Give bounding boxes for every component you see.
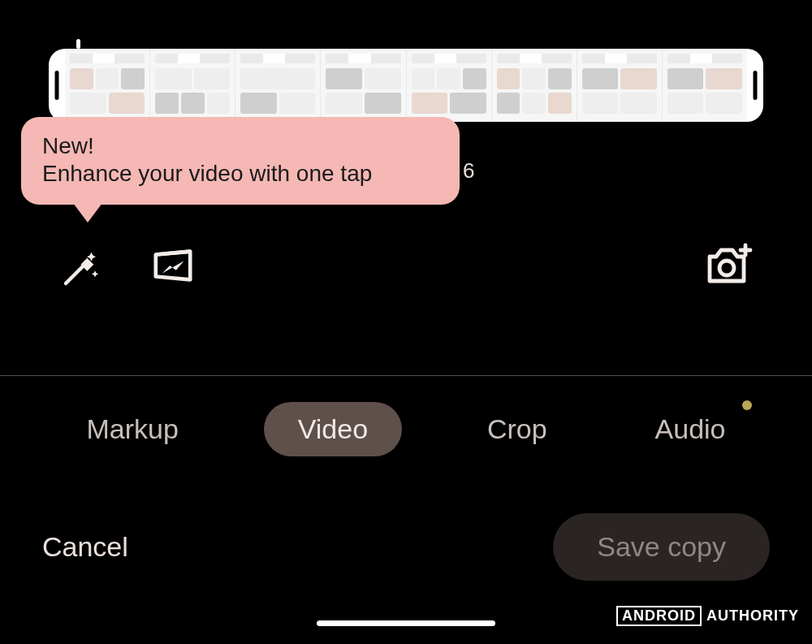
frame-icon[interactable] [151, 247, 195, 287]
divider [0, 375, 812, 376]
cancel-button[interactable]: Cancel [42, 531, 128, 563]
notification-dot-icon [742, 400, 752, 410]
tab-markup[interactable]: Markup [63, 402, 201, 456]
action-row: Cancel Save copy [0, 514, 812, 579]
tab-crop[interactable]: Crop [464, 402, 570, 456]
frame-export-icon[interactable] [705, 242, 754, 291]
tooltip-body: Enhance your video with one tap [42, 161, 438, 187]
tab-video[interactable]: Video [264, 402, 402, 456]
watermark-plain: AUTHORITY [706, 607, 799, 625]
timeline-frame[interactable] [65, 49, 150, 122]
save-copy-button[interactable]: Save copy [553, 513, 770, 581]
filmstrip[interactable] [65, 49, 747, 122]
timeline-frame[interactable] [663, 49, 747, 122]
svg-point-1 [719, 261, 734, 275]
trim-handle-left[interactable] [49, 49, 65, 122]
video-timeline[interactable] [49, 49, 763, 122]
watermark: ANDROID AUTHORITY [616, 606, 799, 626]
tab-label: Markup [86, 413, 178, 444]
tab-label: Video [298, 413, 368, 444]
tooltip-pointer-icon [73, 203, 102, 223]
tooltip-title: New! [42, 133, 438, 159]
watermark-boxed: ANDROID [616, 606, 702, 626]
trim-handle-right[interactable] [747, 49, 763, 122]
obscured-text: 6 [463, 158, 474, 184]
edit-tabs: Markup Video Crop Audio [0, 398, 812, 460]
timeline-frame[interactable] [321, 49, 406, 122]
timeline-frame[interactable] [150, 49, 235, 122]
gesture-nav-handle[interactable] [317, 620, 495, 626]
magic-wand-icon[interactable] [58, 247, 102, 294]
editor-screen: New! Enhance your video with one tap 6 [0, 0, 812, 644]
timeline-frame[interactable] [577, 49, 663, 122]
tab-label: Audio [655, 413, 726, 444]
tool-row [0, 242, 812, 291]
new-feature-tooltip: New! Enhance your video with one tap [21, 117, 460, 205]
timeline-frame[interactable] [407, 49, 492, 122]
tab-audio[interactable]: Audio [633, 402, 749, 456]
tab-label: Crop [487, 413, 547, 444]
timeline-frame[interactable] [235, 49, 321, 122]
timeline-frame[interactable] [492, 49, 577, 122]
playhead-tick [76, 39, 80, 49]
